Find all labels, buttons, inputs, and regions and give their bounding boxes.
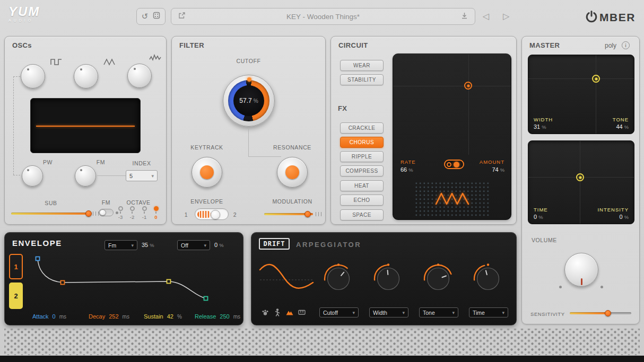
drift-mode-mountain-icon[interactable] xyxy=(285,308,294,319)
stage-value[interactable]: 250 xyxy=(220,313,229,320)
sensitivity-slider[interactable] xyxy=(570,310,631,316)
env-mod-target-1-select[interactable]: Fm xyxy=(105,240,137,250)
osc2-level-knob[interactable] xyxy=(74,64,98,89)
logo-sub: AUDIO xyxy=(8,19,40,22)
envelope-tab-2[interactable]: 2 xyxy=(9,282,23,309)
resonance-knob[interactable] xyxy=(277,157,308,188)
preset-save-icon[interactable] xyxy=(460,12,468,22)
drift-knob-4[interactable] xyxy=(472,263,504,295)
chorus-module: RATE 66% AMOUNT 74% xyxy=(393,54,511,220)
drift-mode-piano-icon[interactable] xyxy=(298,308,306,319)
envelope-handle-attack[interactable] xyxy=(36,257,40,261)
fx-button-heat[interactable]: HEAT xyxy=(340,180,384,191)
drift-target-1-select[interactable]: Cutoff xyxy=(319,307,359,317)
time-intensity-pad[interactable]: TIME 0% INTENSITY 0% xyxy=(528,140,634,224)
octave-value: -1 xyxy=(142,214,146,220)
undo-icon[interactable] xyxy=(142,12,149,21)
previous-preset-button[interactable] xyxy=(483,11,489,21)
drift-target-2-select[interactable]: Width xyxy=(369,307,408,317)
octave-pin[interactable] xyxy=(154,206,159,211)
env-mod-target-2-select[interactable]: Off xyxy=(177,240,210,250)
fx-button-compress[interactable]: COMPRESS xyxy=(340,165,384,176)
envelope-graph[interactable] xyxy=(27,254,242,313)
fx-button-space[interactable]: SPACE xyxy=(340,209,384,220)
sub-slider-handle[interactable] xyxy=(85,210,92,217)
amount-number: 74 xyxy=(492,166,498,173)
stability-button[interactable]: STABILITY xyxy=(340,74,384,85)
octave-step-selected[interactable]: 0 xyxy=(150,206,162,220)
fx-button-chorus[interactable]: CHORUS xyxy=(340,137,384,148)
chorus-xy-handle[interactable] xyxy=(464,82,472,90)
fx-button-crackle[interactable]: CRACKLE xyxy=(340,122,384,134)
width-tone-handle[interactable] xyxy=(592,75,600,83)
pad-grid-line xyxy=(528,78,634,79)
osc3-level-knob[interactable] xyxy=(127,64,152,88)
octave-step[interactable]: -1 xyxy=(138,206,150,220)
knob-face[interactable] xyxy=(328,268,350,290)
drift-knob-1[interactable] xyxy=(323,263,354,295)
fx-button-ripple[interactable]: RIPPLE xyxy=(340,151,384,162)
randomize-dice-icon[interactable] xyxy=(153,12,160,21)
envelope-option-1[interactable]: 1 xyxy=(182,211,190,218)
stage-value[interactable]: 252 xyxy=(109,313,118,320)
octave-step[interactable]: -3 xyxy=(115,206,126,220)
sub-slider[interactable] xyxy=(11,210,91,217)
env-mod-amount-1[interactable]: 35% xyxy=(142,242,154,248)
drift-knob-2[interactable] xyxy=(372,263,404,295)
octave-pin[interactable] xyxy=(130,206,135,211)
tab-arpeggiator[interactable]: ARPEGGIATOR xyxy=(296,241,361,249)
knob-notch xyxy=(80,169,82,171)
drift-target-4-select[interactable]: Time xyxy=(469,307,508,317)
master-panel: MASTER poly WIDTH 31% TONE 44% TIME 0% I… xyxy=(521,36,640,324)
drift-knob-3[interactable] xyxy=(422,263,454,295)
width-tone-pad[interactable]: WIDTH 31% TONE 44% xyxy=(528,55,634,134)
volume-knob[interactable] xyxy=(564,253,598,287)
knob-face[interactable] xyxy=(477,268,499,290)
drift-mode-paw-icon[interactable] xyxy=(261,308,269,319)
chorus-power-toggle[interactable] xyxy=(444,160,464,169)
sub-fm-toggle[interactable] xyxy=(99,209,114,216)
switch-thumb[interactable] xyxy=(211,210,220,219)
drift-target-3-select[interactable]: Tone xyxy=(419,307,458,317)
tone-value: 44% xyxy=(616,123,629,130)
intensity-value: 0% xyxy=(620,214,629,220)
modulation-slider-handle[interactable] xyxy=(304,211,311,217)
envelope-handle-decay[interactable] xyxy=(61,281,65,285)
preset-browser-bar[interactable]: KEY - Wooden Things* xyxy=(171,8,475,25)
keytrack-knob[interactable] xyxy=(192,157,222,188)
knob-face[interactable] xyxy=(428,268,449,290)
stage-value[interactable]: 42 xyxy=(167,313,173,320)
next-preset-button[interactable] xyxy=(503,11,509,21)
octave-pin[interactable] xyxy=(118,206,123,211)
octave-step[interactable]: -2 xyxy=(126,206,138,220)
sensitivity-handle[interactable] xyxy=(605,310,611,316)
env-mod-amount-2[interactable]: 0% xyxy=(214,242,223,248)
modulation-slider[interactable] xyxy=(264,211,313,217)
time-intensity-handle[interactable] xyxy=(576,173,584,181)
envelope-handle-release[interactable] xyxy=(204,297,208,301)
drift-mode-person-icon[interactable] xyxy=(273,308,282,319)
rate-value[interactable]: 66% xyxy=(401,166,413,173)
stage-label: Sustain xyxy=(144,313,163,320)
index-select[interactable]: 5 xyxy=(126,170,158,181)
octave-pin[interactable] xyxy=(142,206,147,211)
tab-drift[interactable]: DRIFT xyxy=(259,238,290,250)
fx-button-echo[interactable]: ECHO xyxy=(340,195,384,206)
info-icon[interactable] xyxy=(622,41,630,49)
pw-knob[interactable] xyxy=(22,165,43,187)
envelope-switch[interactable] xyxy=(195,208,229,220)
triangle-wave-icon xyxy=(103,58,115,68)
amount-value[interactable]: 74% xyxy=(492,166,504,173)
preset-export-icon[interactable] xyxy=(178,12,186,22)
voice-mode-select[interactable]: poly xyxy=(605,42,616,49)
fm-knob[interactable] xyxy=(75,165,96,187)
cutoff-knob[interactable]: 57.7 % xyxy=(223,75,275,127)
osc1-level-knob[interactable] xyxy=(21,64,45,89)
preset-name[interactable]: KEY - Wooden Things* xyxy=(186,13,460,21)
stage-value[interactable]: 0 xyxy=(53,313,56,320)
envelope-tab-1[interactable]: 1 xyxy=(9,254,23,279)
envelope-handle-sustain[interactable] xyxy=(167,280,171,284)
knob-face[interactable] xyxy=(378,268,399,290)
envelope-option-2[interactable]: 2 xyxy=(231,211,239,218)
wear-button[interactable]: WEAR xyxy=(340,60,384,71)
